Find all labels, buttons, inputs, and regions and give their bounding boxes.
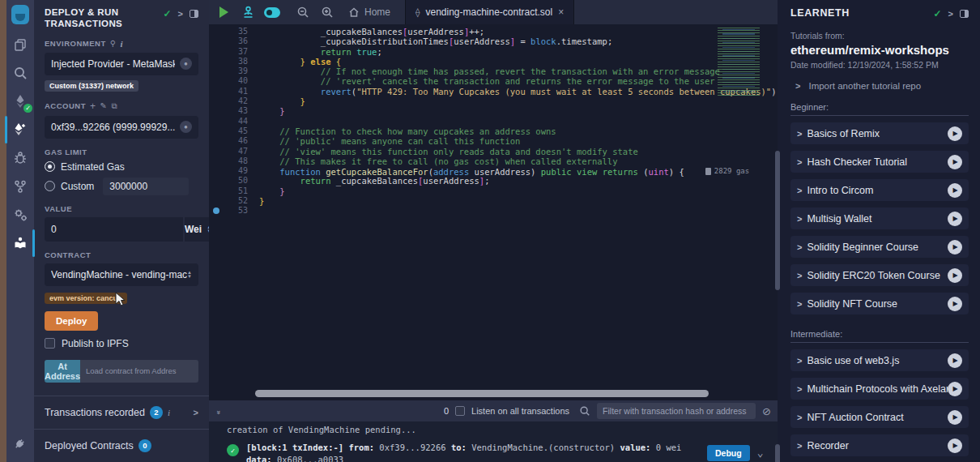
contract-select[interactable]: VendingMachine - vending-machin ▲▼ [45, 263, 198, 286]
tutorial-expand-icon[interactable]: > [797, 299, 802, 309]
breakpoint-gutter[interactable] [209, 76, 224, 86]
breakpoint-gutter[interactable] [209, 156, 224, 166]
tutorial-item[interactable]: >NFT Auction Contract▶ [790, 406, 969, 428]
panel-scrollbar-thumb[interactable] [775, 151, 780, 290]
run-script-button[interactable] [215, 4, 232, 20]
tab-vending-machine-contract[interactable]: ⟠ vending-machine-contract.sol × [405, 0, 574, 24]
tutorial-item[interactable]: >Intro to Circom▶ [790, 179, 969, 201]
tutorial-play-button[interactable]: ▶ [948, 438, 962, 453]
breakpoint-gutter[interactable] [209, 66, 224, 76]
tutorial-expand-icon[interactable]: > [797, 441, 802, 451]
panel-collapse-icon[interactable]: > [178, 9, 183, 19]
tutorial-play-button[interactable]: ▶ [948, 410, 962, 425]
tutorial-expand-icon[interactable]: > [797, 384, 802, 394]
breakpoint-gutter[interactable] [209, 166, 224, 176]
learneth-pin-icon[interactable] [960, 10, 969, 18]
search-icon[interactable] [11, 64, 29, 82]
panel-scrollbar-thumb-bottom[interactable] [775, 444, 780, 462]
terminal-filter-input[interactable] [597, 403, 756, 419]
tutorial-expand-icon[interactable]: > [797, 356, 802, 366]
tutorial-expand-icon[interactable]: > [797, 413, 802, 422]
publish-ipfs-checkbox[interactable] [45, 338, 55, 349]
clear-console-icon[interactable]: ⊘ [762, 405, 771, 417]
panel-pin-icon[interactable] [190, 10, 198, 18]
tutorial-play-button[interactable]: ▶ [948, 183, 962, 198]
deployed-contracts-row[interactable]: Deployed Contracts 0 [34, 429, 209, 462]
breakpoint-gutter[interactable] [209, 27, 224, 36]
code-editor[interactable]: 35 _cupcakeBalances[userAddress]++;36 _c… [209, 24, 778, 400]
custom-gas-radio[interactable] [45, 181, 55, 191]
home-tab[interactable]: Home [348, 6, 390, 18]
tutorial-item[interactable]: >Solidity ERC20 Token Course▶ [790, 264, 969, 286]
breakpoint-gutter[interactable] [209, 176, 224, 186]
value-input[interactable] [45, 217, 183, 242]
breakpoint-gutter[interactable] [209, 47, 224, 57]
tutorial-item[interactable]: >Solidity NFT Course▶ [790, 293, 969, 314]
tutorial-expand-icon[interactable]: > [797, 157, 802, 167]
tutorial-item[interactable]: >Multisig Wallet▶ [790, 207, 969, 229]
import-tutorial-repo[interactable]: > Import another tutorial repo [795, 81, 969, 91]
breakpoint-gutter[interactable] [209, 117, 224, 126]
listen-all-checkbox[interactable] [455, 406, 465, 416]
tutorial-expand-icon[interactable]: > [797, 242, 802, 252]
debug-button[interactable]: Debug [707, 445, 750, 461]
breakpoint-gutter[interactable] [209, 196, 224, 206]
plugin-manager-icon[interactable] [11, 206, 29, 224]
value-unit-select[interactable]: Wei▲▼ [185, 217, 209, 242]
breakpoint-gutter[interactable] [209, 206, 224, 216]
add-account-icon[interactable]: + [90, 101, 96, 112]
custom-gas-input[interactable] [103, 178, 189, 195]
terminal-collapse-icon[interactable]: ⌄⌄ [215, 409, 222, 414]
ai-toggle[interactable] [264, 4, 280, 20]
tutorial-item[interactable]: >Solidity Beginner Course▶ [790, 236, 969, 258]
debugger-icon[interactable] [11, 149, 29, 167]
estimated-gas-radio[interactable] [45, 161, 55, 172]
sign-message-icon[interactable]: ✎ [100, 101, 108, 110]
breakpoint-gutter[interactable] [209, 186, 224, 196]
tx-expand-icon[interactable]: ⌄ [757, 447, 764, 459]
terminal-output[interactable]: creation of VendingMachine pending... ✓ … [209, 421, 778, 462]
tab-close-icon[interactable]: × [558, 6, 564, 18]
copy-account-icon[interactable]: ⧉ [111, 101, 117, 111]
zoom-out-icon[interactable] [295, 4, 311, 20]
breakpoint-gutter[interactable] [209, 126, 224, 136]
transactions-expand-icon[interactable]: > [194, 408, 198, 417]
learneth-icon[interactable] [11, 234, 29, 252]
tutorial-play-button[interactable]: ▶ [948, 297, 962, 311]
account-select[interactable]: 0xf39...92266 (9999.99929... ● [45, 116, 198, 139]
tutorial-play-button[interactable]: ▶ [948, 212, 962, 226]
breakpoint-dot[interactable] [213, 207, 219, 214]
minimap[interactable] [714, 28, 774, 96]
tutorial-item[interactable]: >Basics of Remix▶ [790, 122, 969, 144]
tutorial-play-button[interactable]: ▶ [948, 126, 962, 141]
zoom-in-icon[interactable] [319, 4, 335, 20]
tutorial-play-button[interactable]: ▶ [948, 155, 962, 169]
transaction-log-row[interactable]: ✓ [block:1 txIndex:-] from: 0xf39...9226… [227, 442, 778, 462]
tutorial-item[interactable]: >Basic use of web3.js▶ [790, 349, 969, 371]
tutorial-item[interactable]: >Multichain Protocols with Axelar▶ [790, 378, 969, 400]
breakpoint-gutter[interactable] [209, 106, 224, 116]
tutorial-play-button[interactable]: ▶ [948, 268, 962, 283]
env-info-icon[interactable]: i [121, 39, 124, 49]
breakpoint-gutter[interactable] [209, 87, 224, 96]
walkthrough-icon[interactable] [240, 4, 256, 20]
breakpoint-gutter[interactable] [209, 147, 224, 156]
tutorial-expand-icon[interactable]: > [797, 129, 802, 139]
environment-select[interactable]: Injected Provider - MetaMask ● [45, 53, 198, 75]
tutorial-expand-icon[interactable]: > [797, 214, 802, 224]
account-extra-icon[interactable]: ● [180, 121, 192, 133]
breakpoint-gutter[interactable] [209, 96, 224, 106]
at-address-button[interactable]: At Address [45, 360, 80, 383]
remix-logo-icon[interactable] [11, 4, 29, 25]
breakpoint-gutter[interactable] [209, 57, 224, 66]
plug-icon[interactable] [11, 436, 29, 454]
tutorial-expand-icon[interactable]: > [797, 271, 802, 280]
git-icon[interactable] [11, 178, 29, 195]
env-extra-icon[interactable]: ● [180, 58, 192, 70]
tutorial-expand-icon[interactable]: > [797, 186, 802, 195]
learneth-collapse-icon[interactable]: > [948, 9, 953, 19]
solidity-compiler-icon[interactable]: ✓ [11, 92, 29, 110]
breakpoint-gutter[interactable] [209, 36, 224, 46]
tutorial-item[interactable]: >Hash Checker Tutorial▶ [790, 151, 969, 173]
file-explorer-icon[interactable] [11, 36, 29, 53]
